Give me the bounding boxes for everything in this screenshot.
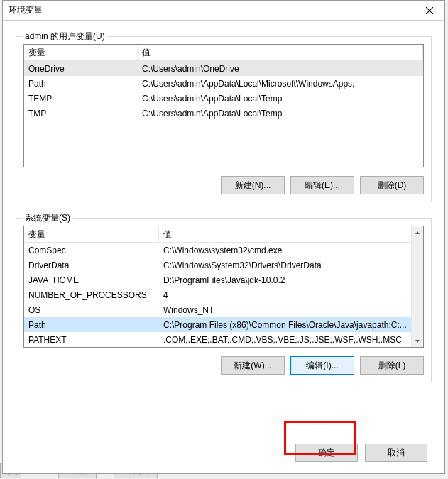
table-row[interactable]: NUMBER_OF_PROCESSORS4: [24, 287, 411, 302]
table-row[interactable]: DriverDataC:\Windows\System32\Drivers\Dr…: [24, 258, 411, 272]
cell-variable: TMP: [24, 109, 138, 119]
sys-vars-list[interactable]: 变量 值 ComSpecC:\Windows\system32\cmd.exeD…: [23, 226, 424, 348]
col-header-variable[interactable]: 变量: [24, 45, 138, 60]
cell-value: C:\Windows\System32\Drivers\DriverData: [159, 260, 411, 270]
sys-vars-group-label: 系统变量(S): [22, 212, 73, 224]
user-vars-group-label: admin 的用户变量(U): [22, 31, 108, 43]
cell-value: C:\Program Files (x86)\Common Files\Orac…: [159, 320, 411, 330]
table-row[interactable]: PATHEXT.COM;.EXE;.BAT;.CMD;.VBS;.VBE;.JS…: [24, 332, 411, 347]
cell-variable: Path: [24, 79, 138, 89]
sys-delete-button[interactable]: 删除(L): [360, 356, 424, 375]
user-vars-buttons: 新建(N)... 编辑(E)... 删除(D): [23, 176, 424, 194]
cell-value: Windows_NT: [159, 305, 411, 315]
user-vars-group: admin 的用户变量(U) 变量 值 OneDriveC:\Users\adm…: [16, 36, 432, 202]
col-header-variable[interactable]: 变量: [24, 226, 159, 242]
cell-value: .COM;.EXE;.BAT;.CMD;.VBS;.VBE;.JS;.JSE;.…: [159, 335, 411, 345]
cell-value: C:\Users\admin\AppData\Local\Microsoft\W…: [138, 79, 423, 89]
cancel-button[interactable]: 取消: [365, 444, 427, 462]
cell-value: C:\Windows\system32\cmd.exe: [159, 246, 411, 255]
sys-vars-buttons: 新建(W)... 编辑(I)... 删除(L): [23, 356, 424, 375]
sys-new-button[interactable]: 新建(W)...: [221, 356, 285, 375]
dialog-content: admin 的用户变量(U) 变量 值 OneDriveC:\Users\adm…: [3, 21, 444, 431]
cell-variable: DriverData: [24, 260, 159, 270]
user-vars-header: 变量 值: [24, 45, 423, 61]
sys-edit-button[interactable]: 编辑(I)...: [290, 356, 354, 375]
close-icon: [426, 7, 433, 14]
user-delete-button[interactable]: 删除(D): [360, 176, 424, 194]
table-row[interactable]: OneDriveC:\Users\admin\OneDrive: [24, 61, 423, 76]
table-row[interactable]: TEMPC:\Users\admin\AppData\Local\Temp: [24, 91, 423, 106]
col-header-value[interactable]: 值: [159, 226, 423, 242]
env-vars-dialog: 环境变量 admin 的用户变量(U) 变量 值 OneDriveC:\User…: [2, 0, 445, 474]
dialog-buttons: 确定 取消: [3, 431, 444, 473]
cell-variable: OneDrive: [24, 64, 138, 74]
cell-value: C:\Users\admin\AppData\Local\Temp: [138, 94, 423, 104]
user-edit-button[interactable]: 编辑(E)...: [290, 176, 354, 194]
sys-vars-group: 系统变量(S) 变量 值 ComSpecC:\Windows\system32\…: [16, 218, 432, 382]
table-row[interactable]: TMPC:\Users\admin\AppData\Local\Temp: [24, 106, 423, 121]
cell-variable: JAVA_HOME: [24, 275, 159, 285]
cell-variable: OS: [24, 305, 159, 315]
col-header-value[interactable]: 值: [138, 45, 423, 60]
table-row[interactable]: PathC:\Users\admin\AppData\Local\Microso…: [24, 76, 423, 91]
cell-value: D:\ProgramFiles\Java\jdk-10.0.2: [159, 275, 411, 285]
sys-vars-header: 变量 值: [24, 226, 423, 243]
titlebar: 环境变量: [3, 1, 444, 21]
cell-variable: NUMBER_OF_PROCESSORS: [24, 290, 159, 300]
table-row[interactable]: OSWindows_NT: [24, 302, 411, 317]
user-new-button[interactable]: 新建(N)...: [221, 176, 285, 194]
cell-variable: Path: [24, 320, 159, 330]
cell-variable: TEMP: [24, 94, 138, 104]
scroll-down-icon[interactable]: [412, 335, 423, 347]
window-title: 环境变量: [9, 4, 43, 16]
scroll-up-icon[interactable]: [412, 226, 423, 238]
table-row[interactable]: ComSpecC:\Windows\system32\cmd.exe: [24, 243, 411, 258]
table-row[interactable]: JAVA_HOMED:\ProgramFiles\Java\jdk-10.0.2: [24, 272, 411, 287]
cell-variable: PATHEXT: [24, 335, 159, 345]
table-row[interactable]: PathC:\Program Files (x86)\Common Files\…: [24, 317, 411, 332]
cell-variable: ComSpec: [24, 246, 159, 255]
sys-vars-scrollbar[interactable]: [411, 226, 423, 347]
cell-value: C:\Users\admin\AppData\Local\Temp: [138, 109, 423, 119]
ok-button[interactable]: 确定: [295, 444, 358, 462]
user-vars-list[interactable]: 变量 值 OneDriveC:\Users\admin\OneDrivePath…: [23, 44, 424, 167]
cell-value: C:\Users\admin\OneDrive: [138, 64, 423, 74]
cell-value: 4: [159, 290, 411, 300]
close-button[interactable]: [415, 1, 444, 21]
